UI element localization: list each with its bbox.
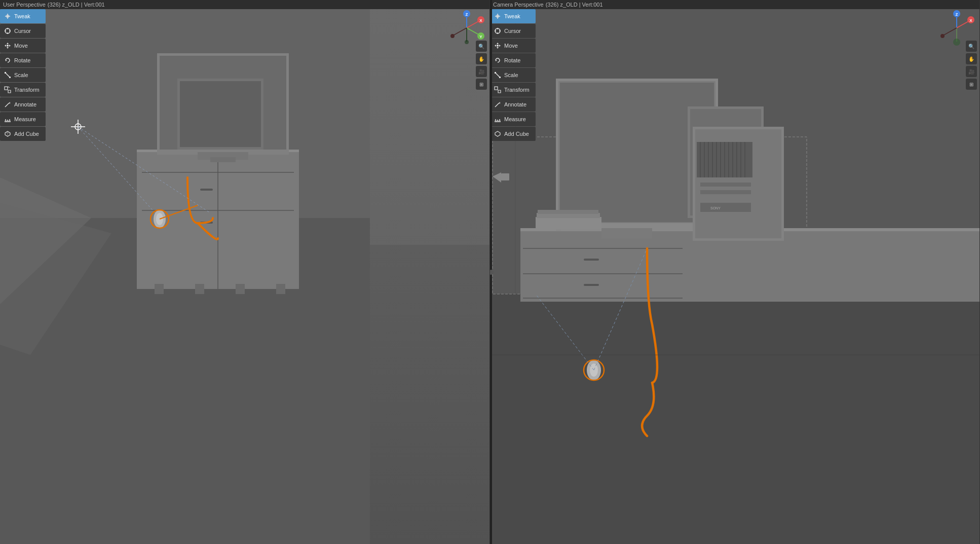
left-tool-cursor[interactable]: Cursor xyxy=(0,24,46,38)
svg-line-113 xyxy=(536,294,594,370)
right-add-cube-label: Add Cube xyxy=(504,131,529,137)
svg-rect-81 xyxy=(558,81,715,226)
cursor-label: Cursor xyxy=(14,28,31,34)
left-pan-btn[interactable]: ✋ xyxy=(476,53,487,64)
measure-icon xyxy=(4,116,11,123)
svg-text:Z: Z xyxy=(956,12,958,17)
right-move-label: Move xyxy=(504,43,518,49)
rotate-icon xyxy=(4,57,11,64)
add-cube-icon xyxy=(4,130,11,137)
svg-rect-86 xyxy=(693,127,784,241)
svg-text:X: X xyxy=(969,18,972,23)
svg-rect-45 xyxy=(5,121,11,122)
svg-rect-85 xyxy=(690,109,761,215)
move-icon xyxy=(4,42,11,49)
right-tool-move[interactable]: Move xyxy=(490,39,536,53)
right-tool-rotate[interactable]: Rotate xyxy=(490,53,536,67)
annotate-icon xyxy=(4,101,11,108)
rotate-label: Rotate xyxy=(14,57,30,63)
left-tool-move[interactable]: Move xyxy=(0,39,46,53)
svg-point-111 xyxy=(584,360,604,380)
left-viewport[interactable]: User Perspective (326) z_OLD | Vert:001 … xyxy=(0,0,490,544)
left-tool-annotate[interactable]: Annotate xyxy=(0,97,46,112)
right-annotate-icon xyxy=(494,101,501,108)
left-header-subtitle: (326) z_OLD | Vert:001 xyxy=(48,2,105,8)
svg-rect-106 xyxy=(537,213,600,218)
tweak-label: Tweak xyxy=(14,13,30,19)
svg-rect-127 xyxy=(499,77,501,78)
right-zoom-btn[interactable]: 🔍 xyxy=(966,41,977,52)
viewport-separator[interactable] xyxy=(490,0,492,544)
svg-rect-102 xyxy=(700,190,751,194)
right-pan-btn[interactable]: ✋ xyxy=(966,53,977,64)
right-tweak-icon xyxy=(494,13,501,20)
right-toolbar: TweakCursorMoveRotateScaleTransformAnnot… xyxy=(490,9,536,141)
right-side-buttons: 🔍 ✋ 🎥 ⊞ xyxy=(966,41,977,90)
right-annotate-label: Annotate xyxy=(504,101,526,107)
splitter-dot xyxy=(490,270,494,275)
svg-rect-87 xyxy=(695,129,781,238)
svg-rect-101 xyxy=(700,183,751,187)
left-side-buttons: 🔍 ✋ 🎥 ⊞ xyxy=(476,41,487,90)
left-toolbar: TweakCursorMoveRotateScaleTransformAnnot… xyxy=(0,9,46,141)
svg-rect-43 xyxy=(5,87,8,90)
right-tool-annotate[interactable]: Annotate xyxy=(490,97,536,112)
svg-rect-64 xyxy=(490,0,979,304)
svg-rect-130 xyxy=(495,121,501,122)
svg-rect-128 xyxy=(495,87,498,90)
svg-rect-107 xyxy=(538,210,598,214)
right-measure-label: Measure xyxy=(504,116,526,122)
scene-floor-left xyxy=(0,245,489,544)
svg-rect-41 xyxy=(5,72,6,74)
svg-rect-83 xyxy=(561,223,713,231)
left-camera-btn[interactable]: 🎥 xyxy=(476,66,487,77)
right-tool-measure[interactable]: Measure xyxy=(490,112,536,126)
right-move-icon xyxy=(494,42,501,49)
right-cursor-icon xyxy=(494,27,501,34)
left-tool-transform[interactable]: Transform xyxy=(0,83,46,97)
svg-rect-78 xyxy=(584,259,599,261)
svg-point-110 xyxy=(590,364,598,377)
svg-point-109 xyxy=(587,360,601,380)
left-tool-tweak[interactable]: Tweak xyxy=(0,9,46,23)
left-tool-add-cube[interactable]: Add Cube xyxy=(0,127,46,141)
right-tool-add-cube[interactable]: Add Cube xyxy=(490,127,536,141)
svg-line-129 xyxy=(495,103,499,107)
svg-rect-84 xyxy=(688,106,764,218)
right-cursor-label: Cursor xyxy=(504,28,521,34)
svg-rect-74 xyxy=(520,228,979,231)
right-scale-icon xyxy=(494,71,501,79)
svg-rect-79 xyxy=(584,284,599,286)
svg-line-60 xyxy=(453,28,467,35)
left-zoom-btn[interactable]: 🔍 xyxy=(476,41,487,52)
right-camera-btn[interactable]: 🎥 xyxy=(966,66,977,77)
right-tool-cursor[interactable]: Cursor xyxy=(490,24,536,38)
svg-text:Z: Z xyxy=(466,12,468,17)
right-tool-transform[interactable]: Transform xyxy=(490,83,536,97)
left-tool-scale[interactable]: Scale xyxy=(0,68,46,82)
right-grid-btn[interactable]: ⊞ xyxy=(966,79,977,90)
svg-rect-103 xyxy=(700,203,751,212)
svg-rect-42 xyxy=(9,77,11,78)
scale-label: Scale xyxy=(14,72,28,78)
svg-marker-70 xyxy=(493,172,501,183)
measure-label: Measure xyxy=(14,116,36,122)
right-viewport[interactable]: SONY Camera Perspective (326) z_OLD | Ve… xyxy=(490,0,980,544)
left-tool-rotate[interactable]: Rotate xyxy=(0,53,46,67)
svg-rect-69 xyxy=(493,137,807,294)
svg-point-141 xyxy=(953,39,960,46)
right-tool-tweak[interactable]: Tweak xyxy=(490,9,536,23)
right-add-cube-icon xyxy=(494,130,501,137)
left-grid-btn[interactable]: ⊞ xyxy=(476,79,487,90)
svg-rect-73 xyxy=(520,228,979,302)
right-tool-scale[interactable]: Scale xyxy=(490,68,536,82)
transform-icon xyxy=(4,86,11,93)
left-tool-measure[interactable]: Measure xyxy=(0,112,46,126)
svg-rect-88 xyxy=(697,142,752,177)
cursor-icon xyxy=(4,27,11,34)
right-scale-label: Scale xyxy=(504,72,518,78)
svg-rect-71 xyxy=(501,173,509,180)
left-viewport-header: User Perspective (326) z_OLD | Vert:001 xyxy=(0,0,489,9)
svg-point-39 xyxy=(7,45,9,47)
svg-point-63 xyxy=(465,40,469,44)
